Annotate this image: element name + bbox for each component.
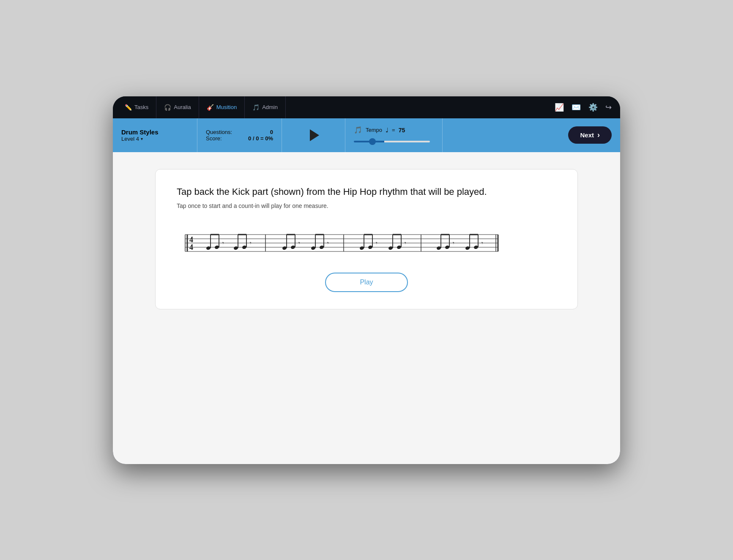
question-title: Tap back the Kick part (shown) from the … <box>177 186 556 197</box>
tempo-slider[interactable] <box>354 141 430 142</box>
play-triangle-icon <box>310 129 319 141</box>
lesson-info-section: Drum Styles Level 4 ▾ <box>113 118 197 152</box>
note-icon: ♩ <box>386 126 388 134</box>
tasks-icon: ✏️ <box>125 104 132 111</box>
metronome-icon: 🎵 <box>354 126 362 134</box>
next-label: Next <box>580 131 594 139</box>
tempo-label: Tempo <box>366 127 382 133</box>
admin-icon: 🎵 <box>252 104 260 111</box>
nav-tab-auralia[interactable]: 🎧 Auralia <box>156 96 199 118</box>
questions-section: Questions: 0 Score: 0 / 0 = 0% <box>197 118 282 152</box>
svg-text:4: 4 <box>189 235 193 244</box>
question-card: Tap back the Kick part (shown) from the … <box>155 169 578 309</box>
notation-svg: 4 4 <box>177 222 506 256</box>
question-subtitle: Tap once to start and a count-in will pl… <box>177 202 556 209</box>
card-play-label: Play <box>360 279 373 286</box>
main-content: Tap back the Kick part (shown) from the … <box>113 152 620 464</box>
auralia-label: Auralia <box>174 104 191 110</box>
nav-actions: 📈 ✉️ ⚙️ ↪ <box>555 103 616 112</box>
tasks-label: Tasks <box>134 104 148 110</box>
lesson-title: Drum Styles <box>121 128 159 136</box>
score-label: Score: <box>206 135 222 142</box>
logout-icon[interactable]: ↪ <box>605 103 612 112</box>
device-frame: ✏️ Tasks 🎧 Auralia 🎸 Musition 🎵 Admin 📈 … <box>113 96 620 464</box>
music-notation: 4 4 <box>177 222 556 256</box>
audio-play-section <box>282 118 345 152</box>
top-navigation: ✏️ Tasks 🎧 Auralia 🎸 Musition 🎵 Admin 📈 … <box>113 96 620 118</box>
level-chevron-icon: ▾ <box>141 137 143 141</box>
next-arrow-icon: › <box>597 131 600 139</box>
tempo-section: 🎵 Tempo ♩ = 75 <box>345 118 443 152</box>
tempo-value: 75 <box>399 127 405 134</box>
next-section: Next › <box>443 118 620 152</box>
musition-icon: 🎸 <box>207 104 214 111</box>
audio-play-button[interactable] <box>304 126 323 145</box>
analytics-icon[interactable]: 📈 <box>555 103 564 112</box>
musition-label: Musition <box>216 104 237 110</box>
nav-tab-tasks[interactable]: ✏️ Tasks <box>117 96 156 118</box>
card-play-button[interactable]: Play <box>325 273 408 292</box>
level-selector[interactable]: Level 4 ▾ <box>121 136 143 142</box>
questions-label: Questions: <box>206 129 232 135</box>
score-value: 0 / 0 = 0% <box>248 135 273 142</box>
next-button[interactable]: Next › <box>568 126 612 144</box>
admin-label: Admin <box>262 104 278 110</box>
play-button-wrap: Play <box>177 273 556 292</box>
questions-value: 0 <box>270 129 273 135</box>
nav-tab-admin[interactable]: 🎵 Admin <box>245 96 286 118</box>
settings-icon[interactable]: ⚙️ <box>588 103 598 112</box>
nav-tabs: ✏️ Tasks 🎧 Auralia 🎸 Musition 🎵 Admin <box>117 96 286 118</box>
equals-sign: = <box>392 127 395 133</box>
sub-header: Drum Styles Level 4 ▾ Questions: 0 Score… <box>113 118 620 152</box>
level-label: Level 4 <box>121 136 139 142</box>
auralia-icon: 🎧 <box>164 104 171 111</box>
mail-icon[interactable]: ✉️ <box>572 103 581 112</box>
nav-tab-musition[interactable]: 🎸 Musition <box>199 96 245 118</box>
svg-text:4: 4 <box>189 243 193 251</box>
